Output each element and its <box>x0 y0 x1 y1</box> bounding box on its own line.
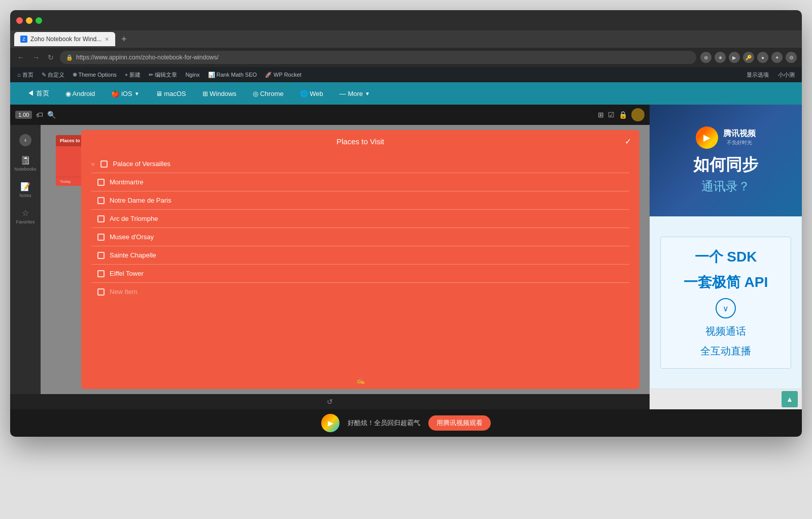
extension-icon-4[interactable]: 🔑 <box>743 52 754 63</box>
list-item[interactable]: Musee d'Orsay <box>91 228 629 246</box>
active-tab[interactable]: Z Zoho Notebook for Wind... ✕ <box>14 32 115 46</box>
nav-home[interactable]: ◀ 首页 <box>20 82 56 105</box>
tab-close-button[interactable]: ✕ <box>105 36 109 43</box>
ad-top: ▶ 腾讯视频 不负好时光 如何同步 通讯录？ <box>650 105 802 216</box>
new-tab-button[interactable]: + <box>117 34 131 45</box>
checkbox-new[interactable] <box>97 288 105 296</box>
draw-icon: ✍ <box>356 377 365 385</box>
checklist-item-text-6: Eiffel Tower <box>110 270 144 277</box>
wp-nginx-item[interactable]: Nginx <box>182 67 202 82</box>
canvas-area[interactable]: Places to Vi... Today Places to Visit ✓ <box>41 125 650 394</box>
wp-custom-item[interactable]: ✎ 自定义 <box>39 67 67 82</box>
checkbox-6[interactable] <box>97 270 105 277</box>
lock-icon-app[interactable]: 🔒 <box>619 111 627 119</box>
tab-bar: Z Zoho Notebook for Wind... ✕ + <box>10 30 802 48</box>
grid-icon[interactable]: ⊞ <box>598 111 604 119</box>
extension-icon-2[interactable]: ★ <box>715 52 726 63</box>
wp-edit-item[interactable]: ✏ 编辑文章 <box>146 67 180 82</box>
drag-handle-icon: ≡ <box>91 161 94 167</box>
extension-icon-5[interactable]: ● <box>757 52 768 63</box>
list-item[interactable]: Montmartre <box>91 173 629 191</box>
nav-macos[interactable]: 🖥 macOS <box>149 82 193 105</box>
notes-icon: 📝 <box>20 182 30 191</box>
address-bar: ← → ↻ 🔒 https://www.appinn.com/zoho-note… <box>10 48 802 67</box>
tag-icon[interactable]: 🏷 <box>36 111 43 119</box>
nav-chrome[interactable]: ◎ Chrome <box>246 82 291 105</box>
collapse-button[interactable]: ‹ <box>19 134 31 146</box>
checklist-item-text-1: Montmartre <box>110 178 143 186</box>
checklist-item-text-3: Arc de Triomphe <box>110 215 158 222</box>
checkbox-5[interactable] <box>97 252 105 259</box>
list-item-new[interactable]: New Item <box>91 283 629 301</box>
scroll-to-top-button[interactable]: ▲ <box>782 391 798 407</box>
checklist-item-text-2: Notre Dame de Paris <box>110 197 171 204</box>
tencent-logo: ▶ <box>696 126 718 149</box>
list-item[interactable]: ≡ Palace of Versailles <box>91 155 629 173</box>
video-bar: ▶ 好酷炫！全员回归超霸气 用腾讯视频观看 <box>10 409 802 437</box>
list-item[interactable]: Notre Dame de Paris <box>91 191 629 210</box>
refresh-button[interactable]: ↻ <box>46 52 56 62</box>
video-cta-button[interactable]: 用腾讯视频观看 <box>428 415 491 431</box>
app-area: 1.00 🏷 🔍 ⊞ ☑ 🔒 ‹ <box>10 105 650 409</box>
ad-sdk-line1: 一个 SDK <box>695 247 757 267</box>
checkbox-2[interactable] <box>97 197 105 204</box>
wp-rankmath-item[interactable]: 📊 Rank Math SEO <box>205 67 260 82</box>
site-nav: ◀ 首页 ◉ Android 🍎 iOS ▼ 🖥 macOS ⊞ Windows… <box>10 82 802 105</box>
app-toolbar-right: ⊞ ☑ 🔒 <box>598 108 645 121</box>
minimize-button[interactable] <box>26 17 32 24</box>
search-icon[interactable]: 🔍 <box>47 111 56 119</box>
sidebar-item-favorites[interactable]: ☆ Favorites <box>10 203 41 230</box>
sidebar-item-notes[interactable]: 📝 Notes <box>10 177 41 203</box>
nav-ios[interactable]: 🍎 iOS ▼ <box>104 82 146 105</box>
tab-favicon: Z <box>20 36 27 43</box>
url-text: https://www.appinn.com/zoho-notebook-for… <box>76 54 690 61</box>
checklist-item-text-0: Palace of Versailles <box>113 160 170 168</box>
nav-android[interactable]: ◉ Android <box>58 82 103 105</box>
checkbox-3[interactable] <box>97 215 105 222</box>
sidebar-item-notebooks[interactable]: 📓 Notebooks <box>10 150 41 177</box>
nav-web[interactable]: 🌐 Web <box>293 82 330 105</box>
checkbox-1[interactable] <box>97 179 105 186</box>
wp-screen-options[interactable]: 显示选项 <box>743 67 772 82</box>
tencent-video-logo: ▶ <box>321 414 340 432</box>
tab-title: Zoho Notebook for Wind... <box>30 36 101 43</box>
checkbox-4[interactable] <box>97 234 105 241</box>
maximize-button[interactable] <box>36 17 42 24</box>
wp-new-item[interactable]: + 新建 <box>122 67 144 82</box>
list-item[interactable]: Sainte Chapelle <box>91 246 629 265</box>
sidebar-notebooks-label: Notebooks <box>14 167 36 172</box>
modal-confirm-button[interactable]: ✓ <box>625 137 631 146</box>
forward-button[interactable]: → <box>30 52 42 62</box>
new-item-placeholder[interactable]: New Item <box>110 288 138 296</box>
checklist-item-text-4: Musee d'Orsay <box>110 233 154 241</box>
extension-icon-3[interactable]: ▶ <box>729 52 740 63</box>
ad-sdk-line4: 全互动直播 <box>700 344 751 358</box>
refresh-icon[interactable]: ↺ <box>327 398 333 406</box>
wp-home-item[interactable]: ⌂ 首页 <box>14 67 37 82</box>
address-icons: ⊕ ★ ▶ 🔑 ● ✦ ⚙ <box>700 52 797 63</box>
nav-windows[interactable]: ⊞ Windows <box>195 82 244 105</box>
url-bar[interactable]: 🔒 https://www.appinn.com/zoho-notebook-f… <box>60 51 696 64</box>
list-item[interactable]: Eiffel Tower <box>91 265 629 283</box>
sidebar-favorites-label: Favorites <box>16 219 35 224</box>
check-icon[interactable]: ☑ <box>608 111 615 119</box>
ad-sdk-down-button[interactable]: ∨ <box>716 298 736 318</box>
extension-icon-6[interactable]: ✦ <box>771 52 783 63</box>
wp-user[interactable]: 小小测 <box>775 67 798 82</box>
notebooks-icon: 📓 <box>20 155 30 165</box>
scroll-controls: ▲ <box>650 389 802 409</box>
avatar[interactable] <box>631 108 645 121</box>
close-button[interactable] <box>16 17 23 24</box>
checkbox-0[interactable] <box>100 160 108 168</box>
extension-icon-1[interactable]: ⊕ <box>700 52 712 63</box>
wp-theme-item[interactable]: ❋ Theme Options <box>70 67 120 82</box>
back-button[interactable]: ← <box>15 52 26 62</box>
title-bar <box>10 10 802 30</box>
nav-more[interactable]: — More ▼ <box>332 82 377 105</box>
modal-footer: ✍ <box>81 373 639 389</box>
list-item[interactable]: Arc de Triomphe <box>91 210 629 228</box>
checklist-modal: Places to Visit ✓ ≡ Palace of Versailles <box>81 130 639 389</box>
tencent-slogan: 不负好时光 <box>723 139 756 146</box>
extension-icon-7[interactable]: ⚙ <box>786 52 797 63</box>
wp-rocket-item[interactable]: 🚀 WP Rocket <box>262 67 304 82</box>
